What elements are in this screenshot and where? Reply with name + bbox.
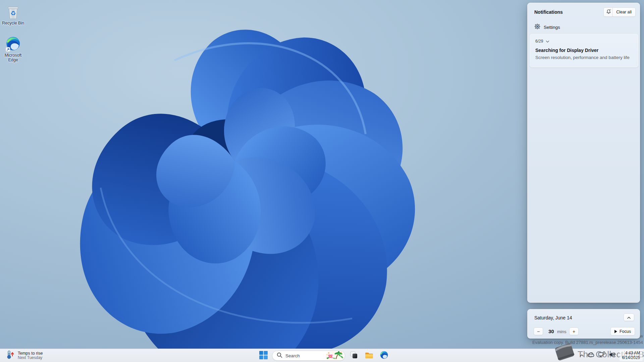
calendar-date-label: Saturday, June 14 — [534, 315, 572, 320]
notification-title: Searching for Display Driver — [535, 48, 598, 53]
notifications-header: Notifications z z Clear all — [528, 3, 640, 21]
bell-snooze-icon: z z — [606, 9, 611, 15]
taskbar-search-box[interactable] — [272, 351, 345, 361]
group-date-label: 6/29 — [535, 39, 543, 44]
desktop-icon-label: Recycle Bin — [0, 21, 26, 25]
watermark-build-text: Evaluation copy. Build 27881.rs_prerelea… — [532, 340, 643, 345]
desktop-icon-label: Microsoft Edge — [0, 53, 26, 62]
search-icon — [277, 352, 282, 359]
tray-clock[interactable]: 4:43 AM 6/14/2025 — [620, 350, 643, 361]
speaker-icon — [609, 352, 616, 359]
chevron-down-icon — [546, 38, 549, 44]
search-seasonal-art — [326, 351, 344, 360]
notification-group-header[interactable]: 6/29 — [535, 38, 549, 44]
thermometer-rising-icon — [6, 350, 15, 361]
settings-gear-icon — [534, 23, 540, 31]
clock-time: 4:43 AM — [622, 351, 640, 355]
network-tray-button[interactable] — [596, 350, 607, 361]
chevron-up-icon — [627, 314, 631, 320]
desktop-icon-recycle-bin[interactable]: ♻ Recycle Bin — [0, 4, 26, 25]
weather-subtitle: Next Tuesday — [18, 356, 43, 360]
system-tray: 4:43 AM 6/14/2025 — [578, 349, 644, 362]
file-explorer-icon — [365, 351, 374, 361]
play-icon — [614, 330, 617, 333]
search-input[interactable] — [285, 353, 323, 358]
task-view-button[interactable] — [347, 349, 360, 362]
volume-tray-button[interactable] — [607, 350, 618, 361]
settings-row-label: Settings — [544, 25, 560, 30]
edge-icon — [380, 351, 388, 361]
svg-text:z: z — [610, 9, 611, 10]
notification-settings-row[interactable]: Settings — [534, 23, 560, 31]
notification-group-card[interactable]: 6/29 Searching for Display Driver Screen… — [530, 34, 638, 67]
clock-date: 6/14/2025 — [622, 355, 640, 360]
file-explorer-button[interactable] — [363, 349, 375, 362]
taskbar: Temps to rise Next Tuesday — [0, 349, 644, 362]
windows-logo-icon — [259, 351, 268, 361]
notifications-panel: Notifications z z Clear all — [527, 3, 640, 303]
clear-all-button[interactable]: Clear all — [612, 7, 636, 17]
focus-decrease-button[interactable]: − — [534, 327, 543, 335]
focus-minutes-value: 30 — [548, 328, 554, 334]
focus-increase-button[interactable]: + — [569, 327, 579, 335]
calendar-collapse-button[interactable] — [624, 313, 634, 321]
onedrive-tray-button[interactable] — [586, 350, 596, 361]
focus-button-label: Focus — [620, 329, 631, 334]
calendar-focus-panel: Saturday, June 14 − 30 mins + Focus — [527, 309, 640, 339]
weather-headline: Temps to rise — [18, 351, 43, 356]
notification-body: Screen resolution, performance and batte… — [535, 55, 630, 60]
widgets-weather-button[interactable]: Temps to rise Next Tuesday — [2, 349, 47, 362]
tray-show-hidden-icons-button[interactable] — [578, 350, 586, 361]
focus-minutes-unit: mins — [557, 329, 566, 334]
watermark-line1-fragment: w — [640, 334, 643, 339]
svg-text:♻: ♻ — [10, 10, 16, 17]
start-button[interactable] — [257, 349, 270, 362]
task-view-icon — [350, 351, 358, 361]
cloud-icon — [587, 352, 595, 359]
recycle-bin-icon: ♻ — [5, 4, 21, 20]
notifications-title: Notifications — [534, 9, 563, 15]
ethernet-network-icon — [598, 351, 605, 359]
edge-shortcut-icon — [5, 36, 21, 52]
desktop-icon-microsoft-edge[interactable]: Microsoft Edge — [0, 36, 26, 62]
edge-taskbar-button[interactable] — [378, 349, 390, 362]
chevron-up-icon — [580, 352, 584, 358]
focus-start-button[interactable]: Focus — [610, 327, 635, 336]
